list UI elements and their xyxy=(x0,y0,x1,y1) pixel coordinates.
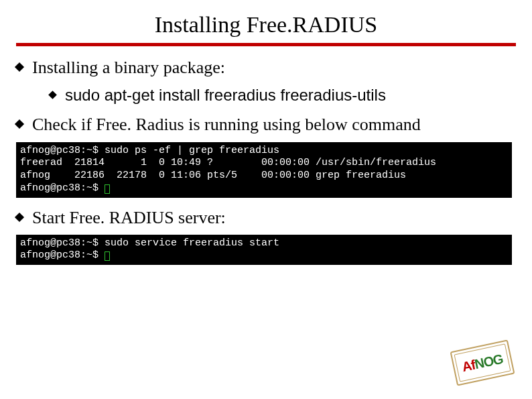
bullet-text: Installing a binary package: xyxy=(32,56,516,79)
terminal-cursor-icon xyxy=(105,184,110,194)
bullet-install-binary: Installing a binary package: xyxy=(16,56,516,79)
content-area: Installing a binary package: sudo apt-ge… xyxy=(16,56,516,265)
terminal-ps-output: afnog@pc38:~$ sudo ps -ef | grep freerad… xyxy=(16,142,512,198)
title-area: Installing Free.RADIUS xyxy=(16,12,516,38)
terminal-cursor-icon xyxy=(105,251,110,261)
bullet-start-server: Start Free. RADIUS server: xyxy=(16,206,516,229)
terminal-line: afnog@pc38:~$ sudo ps -ef | grep freerad… xyxy=(20,145,279,156)
terminal-line: afnog@pc38:~$ xyxy=(20,182,98,194)
terminal-line: freerad 21814 1 0 10:49 ? 00:00:00 /usr/… xyxy=(20,157,436,168)
bullet-apt-get: sudo apt-get install freeradius freeradi… xyxy=(16,84,516,106)
terminal-line: afnog@pc38:~$ sudo service freeradius st… xyxy=(20,237,279,249)
terminal-line: afnog@pc38:~$ xyxy=(20,249,98,261)
slide: Installing Free.RADIUS Installing a bina… xyxy=(0,0,532,399)
bullet-diamond-icon xyxy=(48,91,57,99)
bullet-check-running: Check if Free. Radius is running using b… xyxy=(16,113,516,136)
slide-title: Installing Free.RADIUS xyxy=(152,12,380,38)
divider-red xyxy=(16,43,516,46)
bullet-diamond-icon xyxy=(15,119,24,129)
terminal-line: afnog 22186 22178 0 11:06 pts/5 00:00:00… xyxy=(20,170,406,181)
command-text: sudo apt-get install freeradius freeradi… xyxy=(65,84,516,106)
terminal-service-start: afnog@pc38:~$ sudo service freeradius st… xyxy=(16,235,512,266)
bullet-diamond-icon xyxy=(15,62,24,72)
bullet-text: Check if Free. Radius is running using b… xyxy=(32,113,516,136)
bullet-text: Start Free. RADIUS server: xyxy=(32,206,516,229)
stamp-border-icon xyxy=(450,339,515,386)
afnog-logo: AfNOG xyxy=(450,339,515,386)
bullet-diamond-icon xyxy=(15,213,24,222)
